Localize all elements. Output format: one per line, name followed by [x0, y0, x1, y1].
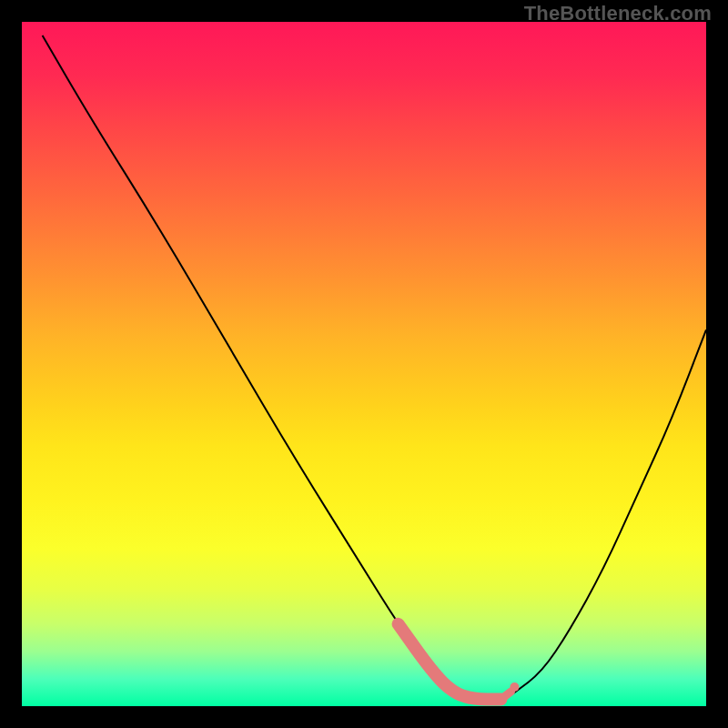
chart-root: TheBottleneck.com	[0, 0, 728, 728]
optimal-range-highlight	[399, 624, 501, 700]
curve-left-branch	[43, 35, 515, 700]
plot-area	[22, 22, 706, 706]
optimal-range-end-dot	[510, 682, 519, 692]
curve-layer	[22, 22, 706, 706]
curve-right-branch	[514, 329, 706, 693]
